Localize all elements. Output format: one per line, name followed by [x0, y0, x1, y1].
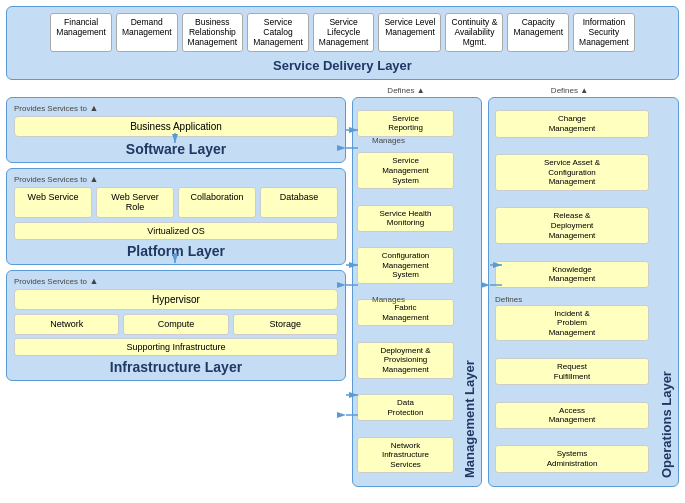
mgmt-config-mgmt: ConfigurationManagementSystem [357, 247, 454, 284]
infrastructure-layer-title: Infrastructure Layer [14, 359, 338, 375]
platform-layer-title: Platform Layer [14, 243, 338, 259]
database-box: Database [260, 187, 338, 219]
ops-request: RequestFulfillment [495, 358, 649, 385]
software-provides-services: Provides Services to [14, 103, 338, 113]
sdl-service-catalog: ServiceCatalogManagement [247, 13, 309, 52]
sdl-financial: FinancialManagement [50, 13, 112, 52]
ops-service-asset: Service Asset &ConfigurationManagement [495, 154, 649, 191]
collaboration-box: Collaboration [178, 187, 256, 219]
storage-box: Storage [233, 314, 338, 335]
sdl-service-level: Service LevelManagement [378, 13, 441, 52]
ops-incident: Incident &ProblemManagement [495, 305, 649, 342]
sdl-demand: DemandManagement [116, 13, 178, 52]
defines-label-2: Defines ▲ [460, 86, 679, 95]
mgmt-service-mgmt-system: ServiceManagementSystem [357, 152, 454, 189]
defines-labels-row: Defines ▲ Defines ▲ [6, 86, 679, 95]
web-server-role-box: Web ServerRole [96, 187, 174, 219]
software-layer-title: Software Layer [14, 141, 338, 157]
management-items: ServiceReporting ServiceManagementSystem… [353, 98, 458, 486]
management-layer-title: Management Layer [458, 98, 481, 486]
infrastructure-layer: Provides Services to Hypervisor Network … [6, 270, 346, 381]
operations-layer-title: Operations Layer [655, 98, 678, 486]
right-area: ChangeManagement Service Asset &Configur… [488, 97, 679, 487]
mgmt-data-protection: DataProtection [357, 394, 454, 421]
ops-access: AccessManagement [495, 402, 649, 429]
service-delivery-layer: FinancialManagement DemandManagement Bus… [6, 6, 679, 80]
compute-box: Compute [123, 314, 228, 335]
left-layers: Provides Services to Business Applicatio… [6, 97, 346, 487]
main-content: Provides Services to Business Applicatio… [6, 97, 679, 487]
sdl-business-rel: BusinessRelationshipManagement [182, 13, 244, 52]
web-service-box: Web Service [14, 187, 92, 219]
mgmt-service-health: Service HealthMonitoring [357, 205, 454, 232]
mgmt-deployment: Deployment &ProvisioningManagement [357, 342, 454, 379]
network-box: Network [14, 314, 119, 335]
defines-label-1: Defines ▲ [352, 86, 460, 95]
platform-provides-services: Provides Services to [14, 174, 338, 184]
sdl-security: InformationSecurityManagement [573, 13, 635, 52]
ops-release: Release &DeploymentManagement [495, 207, 649, 244]
middle-area: ServiceReporting ServiceManagementSystem… [352, 97, 482, 487]
sdl-capacity: CapacityManagement [507, 13, 569, 52]
software-layer: Provides Services to Business Applicatio… [6, 97, 346, 163]
platform-layer: Provides Services to Web Service Web Ser… [6, 168, 346, 266]
ops-change-mgmt: ChangeManagement [495, 110, 649, 137]
supporting-infra-box: Supporting Infrastructure [14, 338, 338, 356]
operations-layer: ChangeManagement Service Asset &Configur… [488, 97, 679, 487]
service-delivery-boxes: FinancialManagement DemandManagement Bus… [15, 13, 670, 52]
management-layer: ServiceReporting ServiceManagementSystem… [352, 97, 482, 487]
infra-provides-services: Provides Services to [14, 276, 338, 286]
diagram: FinancialManagement DemandManagement Bus… [0, 0, 685, 503]
sdl-continuity: Continuity &AvailabilityMgmt. [445, 13, 503, 52]
business-application-box: Business Application [14, 116, 338, 137]
operations-items: ChangeManagement Service Asset &Configur… [489, 98, 655, 486]
mgmt-network-infra: NetworkInfrastructureServices [357, 437, 454, 474]
virtualized-os-box: Virtualized OS [14, 222, 338, 240]
infra-items-row: Network Compute Storage [14, 314, 338, 335]
mgmt-fabric: FabricManagement [357, 299, 454, 326]
mgmt-service-reporting: ServiceReporting [357, 110, 454, 137]
hypervisor-box: Hypervisor [14, 289, 338, 310]
service-delivery-title: Service Delivery Layer [15, 56, 670, 75]
ops-systems-admin: SystemsAdministration [495, 445, 649, 472]
ops-knowledge: KnowledgeManagement [495, 261, 649, 288]
platform-items-row: Web Service Web ServerRole Collaboration… [14, 187, 338, 219]
sdl-service-lifecycle: ServiceLifecycleManagement [313, 13, 375, 52]
